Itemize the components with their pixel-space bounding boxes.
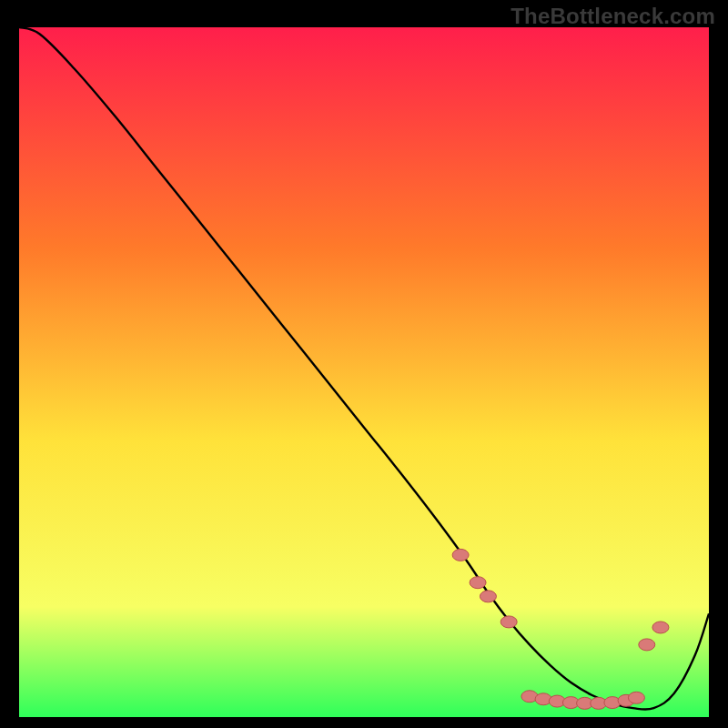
gradient-background [19,27,709,717]
curve-marker [470,577,486,589]
curve-marker [639,639,655,651]
curve-marker [480,591,496,602]
bottleneck-chart [19,27,709,717]
curve-marker [652,622,669,633]
curve-marker [628,692,644,703]
curve-marker [452,549,469,561]
curve-marker [500,616,517,628]
chart-frame: TheBottleneck.com [0,0,728,728]
watermark-text: TheBottleneck.com [511,4,715,29]
plot-area [19,27,709,717]
